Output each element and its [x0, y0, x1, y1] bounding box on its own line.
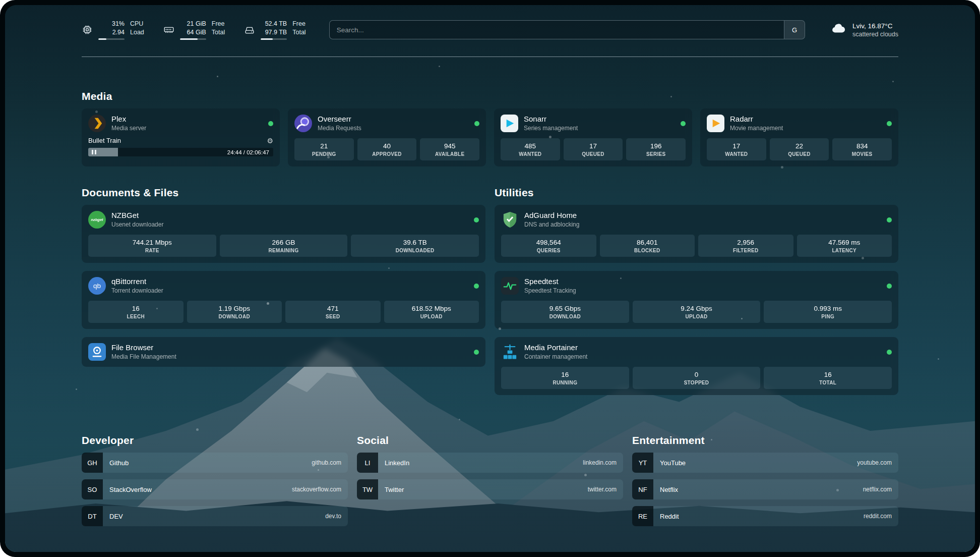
- bookmark-abbr-icon: SO: [82, 479, 103, 499]
- stat-box: 485 WANTED: [501, 138, 560, 160]
- app-title-block: Media Portainer Container management: [524, 343, 587, 360]
- section-documents: Documents & Files nzbget NZBGet Usenet d…: [82, 187, 485, 367]
- stat-label: PENDING: [296, 151, 352, 157]
- filebrowser-card[interactable]: File Browser Media File Management: [82, 337, 485, 367]
- bookmarks-area: Developer GH Github github.com SO: [82, 434, 898, 533]
- overseerr-card[interactable]: Overseerr Media Requests 21 PENDING: [288, 108, 486, 166]
- stat-label: FILTERED: [700, 248, 791, 253]
- stat-box: 196 SERIES: [626, 138, 686, 160]
- app-name: Sonarr: [524, 115, 578, 124]
- cpu-usage-bar: [98, 38, 125, 40]
- stat-label: WANTED: [709, 151, 764, 157]
- stat-value: 16: [503, 371, 627, 378]
- app-description: Series management: [524, 125, 578, 132]
- section-utilities: Utilities: [495, 187, 898, 395]
- radarr-card[interactable]: Radarr Movie management 17 WANTED: [700, 108, 898, 166]
- app-name: AdGuard Home: [524, 211, 579, 220]
- bookmark-list-developer: GH Github github.com SO StackOverflow st…: [82, 453, 348, 526]
- sonarr-icon: [501, 115, 518, 132]
- app-name: File Browser: [111, 343, 176, 352]
- bookmark-link[interactable]: NF Netflix netflix.com: [632, 479, 898, 499]
- sonarr-card[interactable]: Sonarr Series management 485 WANTED: [494, 108, 692, 166]
- stats-row: 17 WANTED 22 QUEUED 834: [707, 138, 892, 160]
- playback-time: 24:44 / 02:06:47: [227, 149, 269, 155]
- stat-box: 9.65 Gbps DOWNLOAD: [501, 301, 629, 323]
- bookmark-url: youtube.com: [857, 459, 892, 466]
- weather-location: Lviv, 16.87°C: [852, 22, 898, 30]
- bookmark-link[interactable]: YT YouTube youtube.com: [632, 453, 898, 473]
- disk-labels: Free Total: [292, 20, 305, 40]
- card-header: Media Portainer Container management: [501, 343, 892, 361]
- qbittorrent-card[interactable]: qb qBittorrent Torrent downloader: [82, 271, 485, 329]
- stat-box: 17 QUEUED: [564, 138, 623, 160]
- cpu-widget: 31% 2.94 CPU Load: [82, 20, 144, 40]
- nzbget-icon: nzbget: [88, 211, 106, 229]
- stat-box: 16 LEECH: [88, 301, 183, 323]
- status-dot: [887, 217, 892, 222]
- stat-box: 266 GB REMAINING: [220, 235, 348, 257]
- qbittorrent-icon: qb: [88, 277, 106, 295]
- stat-box: 498,564 QUERIES: [501, 235, 596, 257]
- bookmark-link[interactable]: SO StackOverflow stackoverflow.com: [82, 479, 348, 499]
- media-card-grid: Plex Media server Bullet Train ⚙: [82, 108, 898, 166]
- bookmark-list-entertainment: YT YouTube youtube.com NF Netflix netfli…: [632, 453, 898, 526]
- stats-row: 21 PENDING 40 APPROVED 945: [294, 138, 479, 160]
- bookmark-url: reddit.com: [864, 513, 892, 520]
- plex-card[interactable]: Plex Media server Bullet Train ⚙: [82, 108, 280, 166]
- bookmark-name: LinkedIn: [385, 459, 409, 467]
- nzbget-card[interactable]: nzbget NZBGet Usenet downloader: [82, 205, 485, 263]
- stat-label: QUEUED: [772, 151, 827, 157]
- gear-icon[interactable]: ⚙: [267, 137, 273, 144]
- cpu-values: 31% 2.94: [98, 20, 125, 40]
- memory-label-bottom: Total: [212, 28, 225, 37]
- bookmark-link[interactable]: GH Github github.com: [82, 453, 348, 473]
- stat-label: SERIES: [628, 151, 684, 157]
- app-description: Media File Management: [111, 353, 176, 360]
- stat-value: 17: [709, 142, 764, 150]
- stat-label: LATENCY: [799, 248, 890, 253]
- bookmark-name: YouTube: [660, 459, 686, 467]
- search-bar[interactable]: G: [329, 20, 805, 39]
- bookmark-link[interactable]: LI LinkedIn linkedin.com: [357, 453, 623, 473]
- bookmark-url: github.com: [312, 459, 341, 466]
- stat-label: RUNNING: [503, 380, 627, 385]
- portainer-card[interactable]: Media Portainer Container management 16: [495, 337, 898, 395]
- stat-value: 86,401: [602, 239, 693, 246]
- stat-label: QUEUED: [566, 151, 621, 157]
- section-title-utilities: Utilities: [495, 187, 898, 199]
- speedtest-card[interactable]: Speedtest Speedtest Tracking 9.65 Gbps: [495, 271, 898, 329]
- search-provider-button[interactable]: G: [784, 21, 805, 39]
- stat-box: 834 MOVIES: [832, 138, 892, 160]
- stats-row: 744.21 Mbps RATE 266 GB REMAINING: [88, 235, 479, 257]
- bookmark-url: dev.to: [325, 513, 341, 520]
- stat-box: 17 WANTED: [707, 138, 766, 160]
- system-stats: 31% 2.94 CPU Load: [82, 20, 306, 40]
- bookmark-abbr-icon: LI: [357, 453, 378, 473]
- bookmark-name: Netflix: [660, 486, 678, 493]
- app-title-block: Plex Media server: [111, 115, 146, 132]
- utilities-card-stack: AdGuard Home DNS and adblocking 498,564: [495, 205, 898, 395]
- weather-text: Lviv, 16.87°C scattered clouds: [852, 22, 898, 38]
- weather-widget[interactable]: Lviv, 16.87°C scattered clouds: [828, 21, 898, 38]
- adguard-card[interactable]: AdGuard Home DNS and adblocking 498,564: [495, 205, 898, 263]
- search-input[interactable]: [330, 21, 784, 39]
- bookmark-url: twitter.com: [588, 486, 617, 493]
- disk-label-top: Free: [292, 20, 305, 28]
- app-title-block: NZBGet Usenet downloader: [111, 211, 163, 228]
- app-name: Overseerr: [318, 115, 361, 124]
- bookmark-name: Github: [109, 459, 129, 467]
- app-title-block: Speedtest Speedtest Tracking: [524, 277, 576, 294]
- dashboard-content: 31% 2.94 CPU Load: [5, 5, 975, 552]
- playback-progress-bar[interactable]: 24:44 / 02:06:47: [88, 148, 273, 156]
- bookmark-link[interactable]: RE Reddit reddit.com: [632, 506, 898, 526]
- card-header: nzbget NZBGet Usenet downloader: [88, 211, 479, 229]
- stat-box: 471 SEED: [285, 301, 381, 323]
- bookmark-link[interactable]: DT DEV dev.to: [82, 506, 348, 526]
- radarr-icon: [707, 115, 724, 132]
- bookmark-url: linkedin.com: [583, 459, 617, 466]
- pause-icon[interactable]: [92, 150, 96, 154]
- app-name: Plex: [111, 115, 146, 124]
- bookmark-link[interactable]: TW Twitter twitter.com: [357, 479, 623, 499]
- stat-value: 22: [772, 142, 827, 150]
- app-description: Movie management: [730, 125, 783, 132]
